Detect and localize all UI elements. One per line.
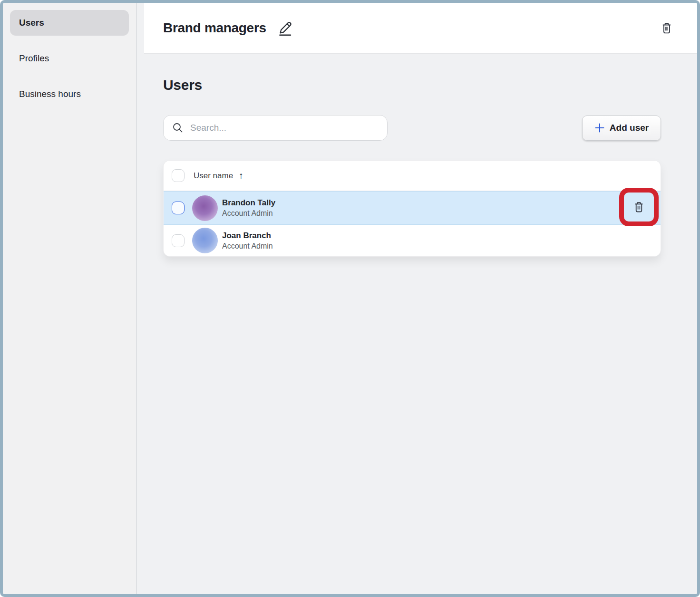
column-label: User name: [194, 171, 233, 181]
users-section: Users: [136, 54, 697, 257]
page-header: Brand managers: [144, 3, 697, 54]
table-header-row: User name ↑: [164, 161, 661, 191]
user-info: Brandon Tally Account Admin: [222, 198, 275, 218]
sidebar-item-label: Business hours: [19, 89, 81, 99]
user-role: Account Admin: [222, 209, 275, 218]
users-table: User name ↑ Brandon Tally Account Admin: [163, 160, 661, 257]
search-input[interactable]: [190, 123, 379, 133]
column-sort-user-name[interactable]: User name ↑: [194, 171, 243, 181]
toolbar: Add user: [163, 115, 661, 141]
user-role: Account Admin: [222, 242, 273, 250]
trash-icon: [660, 21, 673, 35]
select-all-checkbox[interactable]: [172, 169, 185, 182]
add-user-button[interactable]: Add user: [582, 116, 661, 141]
main-area: Brand managers: [136, 3, 697, 594]
section-title: Users: [163, 77, 661, 93]
table-row[interactable]: Joan Branch Account Admin: [164, 225, 661, 256]
plus-icon: [594, 123, 605, 133]
row-checkbox[interactable]: [172, 202, 185, 214]
pencil-icon: [278, 19, 294, 37]
delete-user-button[interactable]: [632, 200, 645, 214]
sidebar-item-users[interactable]: Users: [10, 10, 129, 36]
page-title: Brand managers: [163, 20, 266, 36]
sidebar-item-label: Profiles: [19, 53, 49, 64]
user-name: Brandon Tally: [222, 198, 275, 208]
sidebar: Users Profiles Business hours: [3, 3, 136, 594]
sort-ascending-icon: ↑: [239, 171, 243, 181]
user-info: Joan Branch Account Admin: [222, 231, 273, 250]
avatar: [192, 195, 218, 221]
edit-title-button[interactable]: [278, 19, 294, 37]
table-row[interactable]: Brandon Tally Account Admin: [164, 191, 661, 225]
trash-icon: [632, 200, 645, 214]
avatar: [192, 228, 218, 253]
search-icon: [172, 122, 184, 134]
search-box[interactable]: [163, 115, 388, 141]
user-name: Joan Branch: [222, 231, 273, 241]
sidebar-item-business-hours[interactable]: Business hours: [10, 81, 129, 107]
delete-group-button[interactable]: [660, 21, 673, 35]
sidebar-item-label: Users: [19, 18, 44, 28]
app-window: Users Profiles Business hours Brand mana…: [0, 0, 700, 597]
add-user-label: Add user: [610, 123, 649, 133]
sidebar-item-profiles[interactable]: Profiles: [10, 46, 129, 71]
title-group: Brand managers: [163, 19, 294, 37]
row-checkbox[interactable]: [172, 234, 185, 247]
